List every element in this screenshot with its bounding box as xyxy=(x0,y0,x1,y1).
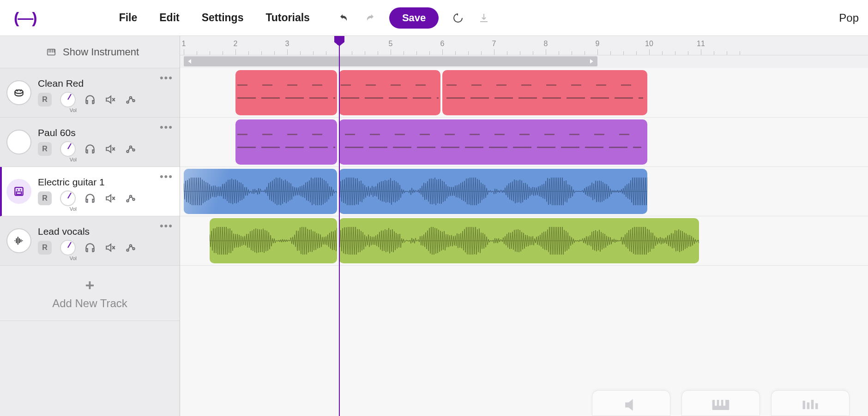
volume-knob[interactable]: Vol xyxy=(60,190,76,206)
mute-icon xyxy=(104,94,116,106)
redo-icon xyxy=(364,12,375,24)
plus-icon: + xyxy=(85,276,95,294)
volume-label: Vol xyxy=(70,157,77,162)
volume-knob[interactable]: Vol xyxy=(60,141,76,157)
clip[interactable] xyxy=(339,169,647,214)
app-logo[interactable]: (—) xyxy=(14,9,36,27)
clip[interactable] xyxy=(210,218,337,263)
volume-knob[interactable]: Vol xyxy=(60,92,76,107)
track-options-button[interactable]: ••• xyxy=(160,72,173,84)
menu-settings[interactable]: Settings xyxy=(202,12,244,24)
record-arm-button[interactable]: R xyxy=(38,142,52,156)
clip[interactable] xyxy=(339,70,440,115)
download-button[interactable] xyxy=(477,12,490,24)
save-button[interactable]: Save xyxy=(389,7,439,29)
ruler-number: 9 xyxy=(596,40,600,48)
mute-button[interactable] xyxy=(104,94,116,106)
automation-button[interactable] xyxy=(125,94,137,106)
track-instrument-icon[interactable] xyxy=(6,228,31,253)
mixer-icon xyxy=(800,398,820,412)
clip[interactable] xyxy=(442,70,647,115)
mute-button[interactable] xyxy=(104,143,116,155)
headphones-button[interactable] xyxy=(84,94,96,106)
track-header[interactable]: Electric guitar 1 R Vol ••• xyxy=(0,167,180,216)
track-lane[interactable] xyxy=(180,216,868,266)
headphones-icon xyxy=(84,94,96,106)
track-header[interactable]: Clean Red R Vol ••• xyxy=(0,68,180,118)
automation-button[interactable] xyxy=(125,192,137,204)
automation-button[interactable] xyxy=(125,143,137,155)
headphones-button[interactable] xyxy=(84,242,96,254)
workspace: Show Instrument Clean Red R Vol ••• Paul… xyxy=(0,36,868,416)
toolbar-actions: Save xyxy=(338,7,490,29)
record-arm-button[interactable]: R xyxy=(38,191,52,205)
track-instrument-icon[interactable] xyxy=(6,80,31,105)
svg-point-1 xyxy=(15,90,23,94)
clip[interactable] xyxy=(339,119,647,165)
show-instrument-button[interactable]: Show Instrument xyxy=(0,36,180,68)
track-info: Paul 60s R Vol xyxy=(38,127,173,157)
clip[interactable] xyxy=(235,119,337,165)
history-button[interactable] xyxy=(452,12,464,24)
track-lane[interactable] xyxy=(180,118,868,167)
ruler-number: 7 xyxy=(492,40,496,48)
ruler-number: 8 xyxy=(544,40,548,48)
redo-button[interactable] xyxy=(363,12,376,24)
track-options-button[interactable]: ••• xyxy=(160,220,173,232)
mute-button[interactable] xyxy=(104,192,116,204)
headphones-button[interactable] xyxy=(84,192,96,204)
timeline-area: 1234567891011 xyxy=(180,36,868,416)
svg-point-2 xyxy=(127,101,128,103)
volume-label: Vol xyxy=(70,206,77,212)
volume-label: Vol xyxy=(70,256,77,261)
timeline-lanes[interactable] xyxy=(180,68,868,266)
svg-point-5 xyxy=(127,150,128,152)
project-name[interactable]: Pop xyxy=(839,12,859,24)
add-track-label: Add New Track xyxy=(52,297,127,310)
svg-rect-26 xyxy=(803,401,806,409)
svg-rect-24 xyxy=(719,400,721,406)
track-lane[interactable] xyxy=(180,68,868,118)
track-controls: R Vol xyxy=(38,190,173,206)
clip[interactable] xyxy=(235,70,337,115)
track-header[interactable]: Lead vocals R Vol ••• xyxy=(0,216,180,266)
clip[interactable] xyxy=(339,218,699,263)
svg-point-12 xyxy=(127,200,128,202)
svg-rect-23 xyxy=(715,400,717,406)
dock-card-1[interactable] xyxy=(592,390,670,416)
playhead[interactable] xyxy=(339,36,340,416)
track-instrument-icon[interactable] xyxy=(6,130,31,155)
track-lane[interactable] xyxy=(180,167,868,216)
loop-range-selection[interactable] xyxy=(184,56,597,66)
track-options-button[interactable]: ••• xyxy=(160,171,173,183)
menu-tutorials[interactable]: Tutorials xyxy=(265,12,309,24)
track-header[interactable]: Paul 60s R Vol ••• xyxy=(0,118,180,167)
svg-rect-25 xyxy=(723,400,726,406)
menu-file[interactable]: File xyxy=(119,12,138,24)
svg-point-10 xyxy=(20,189,21,190)
track-instrument-icon[interactable] xyxy=(6,179,31,204)
headphones-icon xyxy=(84,143,96,155)
record-arm-button[interactable]: R xyxy=(38,93,52,107)
clip[interactable] xyxy=(184,169,337,214)
piano-icon xyxy=(711,398,731,412)
record-arm-button[interactable]: R xyxy=(38,241,52,255)
ruler-number: 11 xyxy=(697,40,705,48)
timeline-ruler[interactable]: 1234567891011 xyxy=(180,36,868,55)
dock-card-3[interactable] xyxy=(771,390,850,416)
headphones-button[interactable] xyxy=(84,143,96,155)
undo-button[interactable] xyxy=(338,12,350,24)
volume-knob[interactable]: Vol xyxy=(60,240,76,256)
dock-card-2[interactable] xyxy=(681,390,760,416)
mute-button[interactable] xyxy=(104,242,116,254)
loop-start-arrow-icon xyxy=(187,58,194,65)
waveform-icon xyxy=(339,178,647,205)
waveform-icon xyxy=(210,227,337,255)
automation-button[interactable] xyxy=(125,242,137,254)
add-track-button[interactable]: + Add New Track xyxy=(0,266,180,321)
loop-range-bar[interactable] xyxy=(180,55,868,68)
volume-label: Vol xyxy=(70,107,77,113)
track-options-button[interactable]: ••• xyxy=(160,121,173,133)
waveform-icon xyxy=(339,227,699,255)
menu-edit[interactable]: Edit xyxy=(159,12,179,24)
